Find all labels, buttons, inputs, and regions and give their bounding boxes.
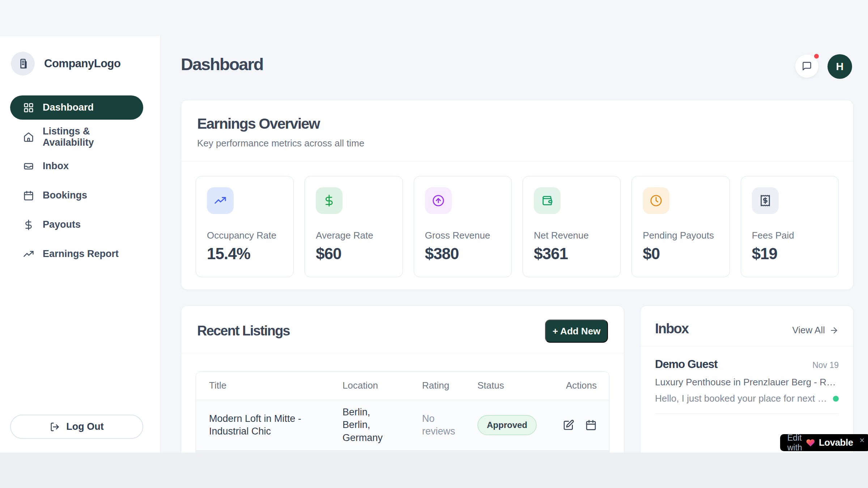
message-date: Nov 19	[812, 360, 839, 370]
column-header-title: Title	[196, 372, 342, 400]
metric-value: $60	[316, 245, 391, 263]
logout-label: Log Out	[66, 421, 103, 432]
user-avatar[interactable]: H	[827, 54, 852, 79]
inbox-message-item[interactable]: Demo Guest Nov 19 Luxury Penthouse in Pr…	[641, 346, 853, 414]
page-title: Dashboard	[181, 54, 263, 74]
column-header-location: Location	[342, 372, 422, 400]
edit-icon	[563, 419, 574, 431]
notification-dot	[813, 53, 820, 59]
lovable-heart-icon	[806, 438, 815, 448]
edit-with-lovable-badge[interactable]: Edit with Lovable ×	[780, 434, 868, 451]
grid-icon	[23, 102, 34, 113]
add-new-button[interactable]: + Add New	[545, 320, 608, 343]
column-header-rating: Rating	[422, 372, 477, 400]
listing-location: Berlin, Berlin, Germany	[342, 400, 422, 450]
sidebar: CompanyLogo Dashboard	[0, 35, 161, 453]
sidebar-item-inbox[interactable]: Inbox	[10, 154, 143, 178]
metric-card-fees-paid: Fees Paid $19	[741, 176, 839, 277]
message-sender: Demo Guest	[655, 358, 718, 371]
listing-calendar-button[interactable]	[585, 419, 597, 431]
message-preview: Hello, I just booked your place for next…	[655, 393, 828, 404]
message-subject: Luxury Penthouse in Prenzlauer Berg - Ro…	[655, 377, 839, 388]
metric-value: 15.4%	[207, 245, 282, 263]
trending-up-icon	[207, 187, 234, 214]
recent-listings-header: Recent Listings + Add New	[181, 306, 624, 353]
sidebar-item-label: Listings & Availability	[43, 126, 143, 148]
column-header-status: Status	[477, 372, 558, 400]
badge-prefix: Edit with	[787, 433, 802, 453]
sidebar-item-payouts[interactable]: Payouts	[10, 213, 143, 237]
metric-value: $361	[534, 245, 609, 263]
calendar-icon	[23, 190, 34, 201]
clock-icon	[643, 187, 669, 214]
earnings-title: Earnings Overview	[197, 115, 837, 132]
metric-label: Average Rate	[316, 230, 391, 241]
sidebar-item-listings[interactable]: Listings & Availability	[10, 125, 143, 149]
sidebar-item-label: Earnings Report	[43, 248, 119, 260]
company-logo-icon	[11, 52, 35, 76]
table-row: Modern Loft in Mitte - Industrial Chic B…	[196, 400, 609, 450]
sidebar-item-label: Payouts	[43, 219, 81, 230]
view-all-label: View All	[792, 325, 825, 336]
inbox-header: Inbox View All	[641, 306, 853, 346]
metric-card-occupancy-rate: Occupancy Rate 15.4%	[196, 176, 294, 277]
metric-label: Occupancy Rate	[207, 230, 282, 241]
listing-rating: No reviews	[422, 400, 477, 450]
sidebar-item-label: Bookings	[43, 190, 87, 201]
dollar-icon	[316, 187, 342, 214]
metric-label: Net Revenue	[534, 230, 609, 241]
metric-card-gross-revenue: Gross Revenue $380	[414, 176, 512, 277]
recent-listings-title: Recent Listings	[197, 323, 290, 339]
dollar-icon	[23, 219, 34, 230]
screen-bottom-band	[0, 453, 868, 488]
arrow-right-icon	[829, 326, 839, 335]
wallet-icon	[534, 187, 561, 214]
metric-card-average-rate: Average Rate $60	[305, 176, 403, 277]
view-all-link[interactable]: View All	[792, 325, 839, 336]
earnings-overview-card: Earnings Overview Key performance metric…	[181, 100, 854, 290]
status-badge: Approved	[477, 415, 537, 435]
edit-listing-button[interactable]	[563, 419, 574, 431]
company-logo-text: CompanyLogo	[44, 57, 121, 70]
trending-up-icon	[23, 249, 34, 260]
calendar-icon	[585, 419, 597, 431]
inbox-title: Inbox	[655, 321, 688, 337]
sidebar-item-earnings-report[interactable]: Earnings Report	[10, 242, 143, 266]
metric-card-net-revenue: Net Revenue $361	[523, 176, 621, 277]
chat-button[interactable]	[795, 55, 818, 78]
badge-brand: Lovable	[819, 437, 853, 448]
logo-row: CompanyLogo	[11, 52, 121, 76]
app-viewport: CompanyLogo Dashboard	[0, 0, 868, 453]
avatar-initial: H	[836, 61, 844, 73]
earnings-subtitle: Key performance metrics across all time	[197, 138, 837, 149]
column-header-actions: Actions	[558, 372, 609, 400]
inbox-card: Inbox View All Demo Guest Nov 19 Luxury …	[640, 305, 854, 453]
receipt-icon	[752, 187, 779, 214]
sidebar-item-dashboard[interactable]: Dashboard	[10, 95, 143, 120]
sidebar-item-label: Dashboard	[43, 102, 94, 113]
recent-listings-card: Recent Listings + Add New Title Location…	[181, 305, 624, 453]
inbox-tray-icon	[23, 161, 34, 172]
metric-value: $19	[752, 245, 827, 263]
listing-status-cell: Approved	[477, 400, 558, 450]
metric-value: $380	[425, 245, 501, 263]
earnings-header: Earnings Overview Key performance metric…	[181, 100, 853, 162]
unread-dot	[833, 396, 839, 402]
metric-label: Pending Payouts	[643, 230, 718, 241]
table-header-row: Title Location Rating Status Actions	[196, 372, 609, 400]
sidebar-item-label: Inbox	[43, 160, 69, 172]
listing-actions-cell	[558, 400, 609, 450]
circle-arrow-up-icon	[425, 187, 452, 214]
metric-label: Gross Revenue	[425, 230, 501, 241]
metric-value: $0	[643, 245, 718, 263]
listing-title: Modern Loft in Mitte - Industrial Chic	[196, 400, 342, 450]
logout-button[interactable]: Log Out	[10, 415, 143, 439]
logout-icon	[50, 422, 60, 432]
home-icon	[23, 132, 34, 142]
sidebar-item-bookings[interactable]: Bookings	[10, 183, 143, 207]
chat-bubble-icon	[802, 61, 812, 71]
listings-table: Title Location Rating Status Actions Mod…	[196, 371, 609, 453]
badge-close-icon[interactable]: ×	[860, 436, 864, 445]
metrics-row: Occupancy Rate 15.4% Average Rate $60	[181, 162, 853, 292]
metric-label: Fees Paid	[752, 230, 827, 241]
